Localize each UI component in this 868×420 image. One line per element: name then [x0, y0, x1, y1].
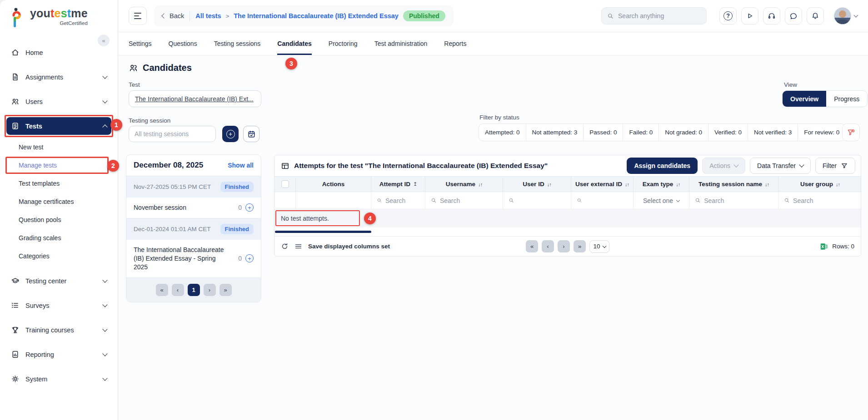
tab-settings[interactable]: Settings [129, 32, 152, 55]
global-search-input[interactable] [618, 12, 701, 20]
tab-candidates[interactable]: Candidates [277, 32, 311, 55]
next-page-button[interactable]: › [204, 284, 216, 296]
show-all-link[interactable]: Show all [228, 162, 254, 169]
username-search-input[interactable] [440, 197, 497, 204]
sort-icon[interactable]: ↓↑ [765, 182, 769, 187]
submenu-item-grading-scales[interactable]: Grading scales [6, 230, 111, 246]
tab-questions[interactable]: Questions [169, 32, 197, 55]
tab-testing-sessions[interactable]: Testing sessions [214, 32, 261, 55]
back-button[interactable]: Back [162, 12, 184, 20]
chevron-down-icon [733, 162, 738, 167]
user-external-id-search-input[interactable] [585, 197, 628, 204]
search-icon [577, 197, 582, 204]
testing-session-name-search-input[interactable] [704, 197, 773, 204]
sidebar-item-system[interactable]: System [6, 370, 111, 388]
session-row[interactable]: The International Baccalaureate (IB) Ext… [126, 240, 261, 277]
columns-menu-button[interactable] [294, 242, 302, 250]
sort-icon[interactable]: ↓↑ [676, 182, 680, 187]
sidebar-item-users[interactable]: Users [6, 93, 111, 110]
horizontal-scrollbar[interactable] [275, 231, 371, 233]
avatar[interactable] [834, 7, 851, 25]
sessions-pagination: « ‹ 1 › » [126, 277, 261, 302]
tutorials-button[interactable] [741, 7, 758, 25]
user-id-search-input[interactable] [518, 197, 565, 204]
submenu-item-question-pools[interactable]: Question pools [6, 212, 111, 227]
chevron-down-icon [102, 98, 107, 103]
first-page-button[interactable]: « [156, 284, 168, 296]
sort-icon[interactable]: ↥ [413, 181, 417, 187]
actions-button[interactable]: Actions [702, 158, 745, 174]
chip-not-graded[interactable]: Not graded: 0 [659, 124, 708, 141]
testing-session-input[interactable] [129, 126, 216, 142]
session-row[interactable]: November session 0 + [126, 198, 261, 218]
sort-icon[interactable]: ↓↑ [836, 182, 840, 187]
sort-icon[interactable]: ↓↑ [478, 182, 482, 187]
user-group-search-input[interactable] [793, 197, 856, 204]
chip-not-attempted[interactable]: Not attempted: 3 [526, 124, 584, 141]
col-user-id: User ID [523, 181, 544, 188]
sidebar-item-assignments[interactable]: Assignments [6, 68, 111, 86]
submenu-item-categories[interactable]: Categories [6, 248, 111, 264]
help-button[interactable]: ? [719, 7, 737, 25]
prev-page-button[interactable]: ‹ [172, 284, 184, 296]
notifications-button[interactable] [807, 7, 824, 25]
submenu-item-test-templates[interactable]: Test templates [6, 176, 111, 191]
exam-type-select[interactable]: Select one [643, 197, 679, 204]
hamburger-menu-button[interactable] [129, 7, 147, 25]
breadcrumb-current[interactable]: The International Baccalaureate (IB) Ext… [234, 12, 399, 20]
save-columns-label[interactable]: Save displayed columns set [308, 243, 390, 250]
submenu-item-new-test[interactable]: New test [6, 139, 111, 155]
support-button[interactable] [763, 7, 780, 25]
sidebar-item-surveys[interactable]: Surveys [6, 296, 111, 314]
filter-button[interactable]: Filter [815, 158, 855, 174]
refresh-button[interactable] [281, 242, 289, 250]
last-page-button[interactable]: » [574, 240, 586, 252]
sidebar-item-reporting[interactable]: Reporting [6, 346, 111, 363]
session-calendar-button[interactable] [243, 126, 259, 142]
chip-attempted[interactable]: Attempted: 0 [479, 124, 526, 141]
sort-icon[interactable]: ↓↑ [625, 182, 629, 187]
chip-passed[interactable]: Passed: 0 [584, 124, 623, 141]
breadcrumb-all-tests[interactable]: All tests [195, 12, 221, 20]
first-page-button[interactable]: « [526, 240, 538, 252]
assign-candidates-button[interactable]: Assign candidates [627, 158, 698, 174]
sidebar-item-testing-center[interactable]: Testing center [6, 272, 111, 290]
prev-page-button[interactable]: ‹ [542, 240, 554, 252]
add-candidates-to-session-icon[interactable]: + [245, 254, 254, 262]
chip-verified[interactable]: Verified: 0 [708, 124, 748, 141]
sort-icon[interactable]: ↓↑ [547, 182, 551, 187]
tab-proctoring[interactable]: Proctoring [329, 32, 358, 55]
submenu-item-manage-certificates[interactable]: Manage certificates [6, 194, 111, 209]
tab-reports[interactable]: Reports [444, 32, 466, 55]
data-transfer-button[interactable]: Data Transfer [750, 158, 811, 174]
add-candidates-to-session-icon[interactable]: + [245, 203, 254, 212]
view-overview-option[interactable]: Overview [783, 91, 826, 107]
sidebar-item-home[interactable]: Home [6, 44, 111, 61]
sidebar-item-tests[interactable]: Tests 1 [6, 117, 111, 135]
view-progress-option[interactable]: Progress [826, 91, 867, 107]
last-page-button[interactable]: » [219, 284, 232, 296]
sidebar-item-training-courses[interactable]: Training courses [6, 321, 111, 339]
session-name[interactable]: The International Baccalaureate (IB) Ext… [134, 246, 229, 272]
clear-status-filter-button[interactable] [842, 124, 860, 141]
page-size-select[interactable]: 10 [589, 240, 609, 253]
test-link[interactable]: The International Baccalaureate (IB) Ext… [135, 95, 254, 103]
table-footer: Save displayed columns set « ‹ › » 10 Ro… [274, 236, 861, 256]
sidebar: youtestme GetCertified « Home Assignment… [0, 0, 118, 420]
add-session-button[interactable]: + [222, 126, 239, 142]
attempt-id-search-input[interactable] [385, 197, 419, 204]
chip-for-review[interactable]: For review: 0 [798, 124, 845, 141]
messages-button[interactable] [785, 7, 802, 25]
tab-test-administration[interactable]: Test administration [374, 32, 428, 55]
excel-export-icon[interactable] [820, 242, 828, 251]
chip-failed[interactable]: Failed: 0 [623, 124, 659, 141]
session-name[interactable]: November session [134, 203, 186, 212]
chip-not-verified[interactable]: Not verified: 3 [748, 124, 798, 141]
test-select-field[interactable]: The International Baccalaureate (IB) Ext… [129, 90, 261, 107]
page-1-button[interactable]: 1 [188, 284, 200, 296]
user-menu[interactable] [834, 7, 858, 25]
global-search[interactable] [601, 7, 707, 25]
submenu-item-manage-tests[interactable]: Manage tests 2 [6, 158, 111, 173]
select-all-checkbox[interactable] [281, 180, 289, 188]
next-page-button[interactable]: › [558, 240, 570, 252]
